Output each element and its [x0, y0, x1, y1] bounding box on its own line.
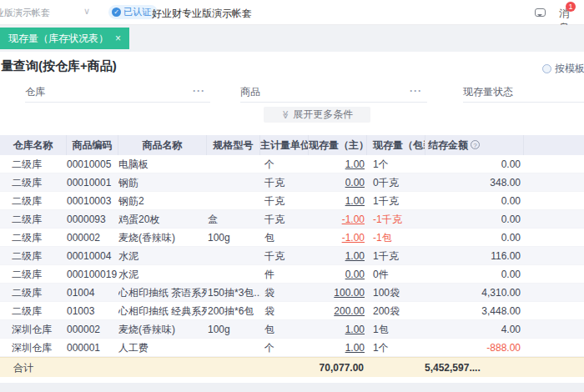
bottom-strip — [0, 383, 584, 392]
cell-code: 000100019 — [67, 265, 118, 283]
cell-pkg: 0千克 — [367, 173, 425, 191]
product-picker-icon[interactable]: ··· — [410, 85, 422, 97]
table-row: 二级库 00010001 钢筋 千克 0.00 0千克 348.00 — [0, 173, 584, 192]
cell-unit: 件 — [260, 265, 309, 283]
cell-name: 电脑板 — [118, 155, 207, 173]
cell-spec: 100g — [207, 320, 260, 338]
cell-code: 00010003 — [67, 192, 118, 209]
chevron-down-icon[interactable]: ∨ — [83, 6, 90, 17]
table-row: 二级库 01003 心相印抽纸 经典系列 200抽*6包 袋 200.00 20… — [0, 302, 584, 320]
qty-link[interactable]: 0.00 — [345, 177, 365, 188]
col-header-qty: 现存量（主） — [309, 135, 367, 155]
verified-badge: ✓已认证 — [108, 5, 158, 19]
scheme-label: 按模板 — [555, 63, 584, 74]
cell-pkg: 1千克 — [367, 192, 425, 209]
cell-qty: -1.00 — [309, 229, 367, 246]
cell-amount: 0.00 — [425, 265, 524, 283]
main-panel: 量查询(按仓库+商品) 按模板 仓库 ··· 商品 ··· 现存量状态 ≫展开更… — [0, 52, 584, 392]
expand-more-button[interactable]: ≫展开更多条件 — [264, 107, 370, 123]
double-chevron-down-icon: ≫ — [278, 110, 294, 118]
qty-link[interactable]: -1.00 — [342, 214, 365, 225]
cell-qty: 100.00 — [309, 284, 367, 301]
col-header-unit: 主计量单位 — [260, 135, 309, 155]
qty-link[interactable]: 200.00 — [334, 305, 365, 317]
cell-code: 000001 — [67, 339, 118, 356]
qty-link[interactable]: 100.00 — [334, 287, 365, 299]
cell-amount: 0.00 — [425, 210, 524, 228]
cell-unit: 袋 — [260, 302, 309, 319]
col-header-amount: 结存金额? — [425, 135, 524, 155]
cell-pkg: 1包 — [367, 320, 425, 338]
cell-warehouse: 二级库 — [0, 155, 67, 173]
cell-spec — [207, 173, 260, 191]
qty-link[interactable]: 1.00 — [345, 324, 365, 335]
stock-table: 仓库名称 商品编码 商品名称 规格型号 主计量单位 现存量（主） 现存量（包装）… — [0, 135, 584, 377]
tab-label: 现存量（库存状况表） — [8, 33, 108, 44]
product-filter-label: 商品 — [240, 86, 260, 98]
total-label: 合计 — [13, 358, 33, 378]
cell-pkg: 200袋 — [367, 302, 425, 319]
cell-qty: 200.00 — [309, 302, 367, 319]
cell-pkg: 1个 — [367, 339, 425, 356]
col-header-pkg: 现存量（包装） — [367, 135, 425, 155]
total-qty: 70,077.00 — [289, 358, 364, 378]
cell-unit: 千克 — [260, 210, 309, 228]
table-row: 二级库 01004 心相印抽纸 茶语系列 ... 150抽*3包... 袋 10… — [0, 284, 584, 302]
account-dropdown[interactable]: 业版演示帐套 — [0, 7, 55, 19]
cell-amount: 348.00 — [425, 173, 524, 191]
cell-amount: 0.00 — [425, 155, 524, 173]
tab-current-stock[interactable]: 现存量（库存状况表）× — [0, 28, 129, 49]
cell-code: 00010001 — [67, 173, 118, 191]
cell-spec — [207, 155, 260, 173]
stock-status-filter[interactable]: 现存量状态 — [463, 85, 584, 103]
cell-code: 0000093 — [67, 210, 118, 228]
cell-unit: 个 — [260, 339, 309, 356]
cell-pkg: -1千克 — [367, 210, 425, 228]
cell-qty: 1.00 — [309, 339, 367, 356]
qty-link[interactable]: 1.00 — [345, 250, 365, 262]
scheme-link[interactable]: 按模板 — [542, 62, 584, 76]
warehouse-filter[interactable]: 仓库 ··· — [25, 85, 210, 103]
cell-name: 钢筋 — [118, 173, 207, 191]
table-total-row: 合计 70,077.00 5,452,597.... — [0, 357, 584, 377]
qty-link[interactable]: 1.00 — [345, 342, 365, 354]
table-row: 二级库 00010005 电脑板 个 1.00 1个 0.00 — [0, 155, 584, 173]
cell-amount: 3,448.00 — [425, 302, 524, 319]
cell-amount: 4.00 — [425, 320, 524, 338]
cell-warehouse: 深圳仓库 — [0, 320, 67, 338]
cell-name: 钢筋2 — [118, 192, 207, 209]
cell-warehouse: 二级库 — [0, 210, 67, 228]
cell-warehouse: 二级库 — [0, 192, 67, 209]
cell-unit: 包 — [260, 320, 309, 338]
close-icon[interactable]: × — [115, 33, 121, 44]
cell-spec — [207, 192, 260, 209]
cell-warehouse: 深圳仓库 — [0, 339, 67, 356]
cell-pkg: 1个 — [367, 155, 425, 173]
help-icon[interactable]: ? — [471, 140, 480, 149]
cell-amount: 4,310.00 — [425, 284, 524, 301]
qty-link[interactable]: -1.00 — [342, 232, 365, 244]
qty-link[interactable]: 1.00 — [345, 195, 365, 207]
cell-unit: 个 — [260, 155, 309, 173]
cell-amount: -888.00 — [425, 339, 524, 356]
cell-spec — [207, 265, 260, 283]
qty-link[interactable]: 1.00 — [345, 158, 365, 170]
cell-pkg: 1千克 — [367, 247, 425, 264]
table-row: 二级库 00010004 水泥 千克 1.00 1千克 116.00 — [0, 247, 584, 265]
cell-code: 01003 — [67, 302, 118, 319]
cell-spec — [207, 247, 260, 264]
cell-name: 水泥 — [118, 247, 207, 264]
product-filter[interactable]: 商品 ··· — [240, 85, 427, 103]
cell-warehouse: 二级库 — [0, 247, 67, 264]
warehouse-picker-icon[interactable]: ··· — [193, 85, 205, 97]
cell-name: 鸡蛋20枚 — [118, 210, 207, 228]
cell-code: 000002 — [67, 320, 118, 338]
qty-link[interactable]: 0.00 — [345, 269, 365, 280]
cell-warehouse: 二级库 — [0, 173, 67, 191]
message-count-badge: 1 — [566, 2, 576, 12]
cell-qty: -1.00 — [309, 210, 367, 228]
cell-name: 麦烧(香辣味) — [118, 320, 207, 338]
col-header-spec: 规格型号 — [207, 135, 260, 155]
col-header-warehouse: 仓库名称 — [0, 135, 67, 155]
cell-warehouse: 二级库 — [0, 302, 67, 319]
